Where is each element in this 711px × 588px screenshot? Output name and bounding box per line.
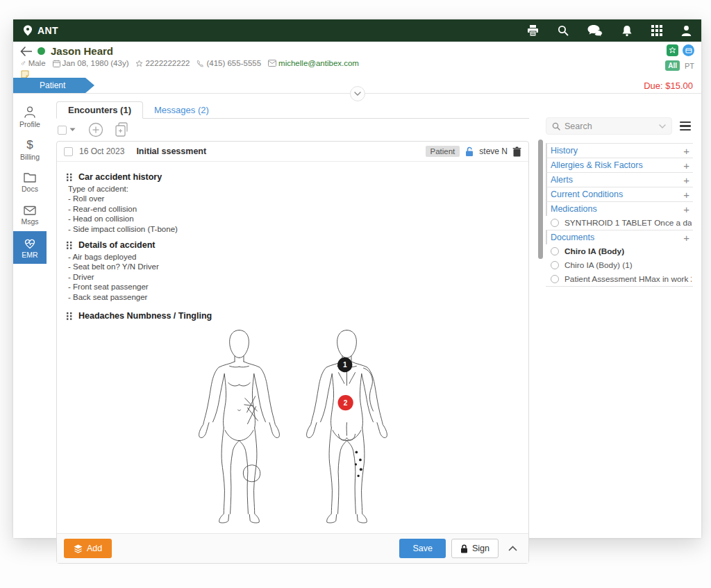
notifications-bell-icon[interactable] [621,25,633,37]
add-plus-button[interactable]: + [681,205,692,214]
patient-status-dot [37,47,45,55]
svg-text:1: 1 [342,361,346,369]
health-card-icon [135,60,143,67]
document-item[interactable]: Chiro IA (Body) [546,244,693,258]
section-title-link[interactable]: Alerts [551,175,573,185]
back-arrow-icon[interactable] [20,47,32,56]
section-documents: Documents + [546,230,693,244]
item-radio[interactable] [551,247,559,255]
sidebar-item-msgs[interactable]: Msgs [13,199,47,231]
collapse-card-button[interactable] [504,543,521,554]
sidebar-item-docs[interactable]: Docs [13,166,47,199]
visibility-badge[interactable]: Patient [426,146,460,157]
add-plus-button[interactable]: + [681,176,692,185]
encounter-checkbox[interactable] [64,147,73,156]
portal-badge-icon[interactable] [683,44,694,56]
user-account-icon[interactable] [681,25,692,36]
drag-handle-icon[interactable] [67,242,72,249]
envelope-icon [23,205,37,216]
document-item[interactable]: Patient Assessment HMax in work 26-07-23 [546,272,693,286]
add-plus-button[interactable]: + [681,161,692,170]
brand-label: ANT [37,25,58,36]
sign-button[interactable]: Sign [451,539,499,558]
apps-grid-icon[interactable] [651,25,662,36]
due-amount: Due: $15.00 [644,81,693,91]
search-input[interactable]: Search [546,117,672,135]
section-title-link[interactable]: Current Conditions [551,190,623,199]
delete-trash-icon[interactable] [512,146,521,157]
section-header-car-accident: Car accident history [67,172,519,182]
unlock-icon[interactable] [465,146,474,157]
print-icon[interactable] [527,25,539,36]
section-title: Details of accident [78,240,155,250]
section-line: - Seat belt on? Y/N Driver [68,262,519,271]
patient-header: Jason Heard ♂Male Jan 08, 1980 (43y) 222… [13,42,701,78]
section-line: - Head on collision [68,214,519,224]
sidebar-item-profile[interactable]: Profile [13,101,47,133]
add-plus-button[interactable]: + [681,233,692,242]
patient-tab-strip: Patient Due: $15.00 [13,78,701,94]
encounter-footer: Add Save Sign [57,533,528,563]
select-dropdown-caret-icon[interactable] [69,128,76,132]
body-figure-back[interactable]: 1 2 [296,326,397,532]
sidebar-item-label: Profile [19,120,40,128]
section-title-link[interactable]: History [551,146,578,156]
panel-menu-icon[interactable] [678,119,693,133]
right-panel: Search History + Allergies & Risk Factor… [544,94,701,544]
section-title-link[interactable]: Allergies & Risk Factors [551,160,643,170]
encounter-title[interactable]: Initial ssessment [136,146,206,156]
patient-health-card-number: 2222222222 [145,59,190,67]
add-plus-button[interactable]: + [681,190,692,199]
duplicate-note-icon[interactable] [115,122,128,137]
body-chart[interactable]: 1 2 [67,326,519,532]
add-template-icon [74,544,83,553]
search-icon[interactable] [558,25,569,36]
encounter-card-header: 16 Oct 2023 Initial ssessment Patient st… [57,142,528,162]
body-figure-front[interactable] [189,326,290,532]
document-item[interactable]: Chiro IA (Body) (1) [546,258,693,272]
sidebar-item-billing[interactable]: $ Billing [13,133,47,166]
item-radio[interactable] [551,275,559,283]
collapse-header-button[interactable] [350,86,365,101]
chevron-down-icon[interactable] [659,124,666,128]
sign-button-label: Sign [472,544,490,553]
scrollbar-thumb[interactable] [538,140,543,259]
section-title-link[interactable]: Documents [551,233,594,242]
panel-scrollbar [537,94,544,544]
section-header-details: Details of accident [67,240,519,250]
all-badge[interactable]: All [665,60,680,71]
health-plan-badge-icon[interactable] [667,44,678,56]
patient-dob: Jan 08, 1980 (43y) [62,59,129,67]
encounter-card-body: Car accident history Type of accident: -… [57,162,528,532]
select-all-checkbox[interactable] [58,126,67,135]
section-line: - Back seat passenger [68,292,519,302]
section-lines: - Air bags deployed - Seat belt on? Y/N … [68,252,519,302]
section-current-conditions: Current Conditions + [546,187,693,201]
patient-email[interactable]: michelle@antibex.com [278,59,359,67]
annotation-marker-1: 1 [337,358,352,372]
sidebar-item-emr[interactable]: EMR [13,231,47,264]
drag-handle-icon[interactable] [67,312,72,320]
item-radio[interactable] [551,219,559,227]
sidebar-item-label: Msgs [21,217,38,226]
patient-ribbon-tab[interactable]: Patient [13,78,85,93]
male-icon: ♂ [20,59,26,67]
drag-handle-icon[interactable] [67,174,72,181]
location-pin-icon [23,25,33,36]
section-title-link[interactable]: Medications [551,204,597,214]
add-encounter-icon[interactable] [88,122,103,137]
section-line: - Air bags deployed [68,252,519,262]
save-button[interactable]: Save [399,539,446,558]
medication-item[interactable]: SYNTHROID 1 TABLET Once a day for 30 Da [546,216,693,230]
add-plus-button[interactable]: + [681,146,692,156]
item-radio[interactable] [551,261,559,269]
tab-encounters[interactable]: Encounters (1) [56,101,143,119]
add-button[interactable]: Add [64,539,112,558]
section-line: - Front seat passenger [68,282,519,292]
encounter-date: 16 Oct 2023 [79,146,124,156]
chat-icon[interactable] [587,25,603,37]
section-line: - Side impact collision (T-bone) [68,224,519,234]
svg-text:2: 2 [343,399,347,407]
tab-messages[interactable]: Messages (2) [143,102,220,118]
pt-label: PT [685,62,694,70]
